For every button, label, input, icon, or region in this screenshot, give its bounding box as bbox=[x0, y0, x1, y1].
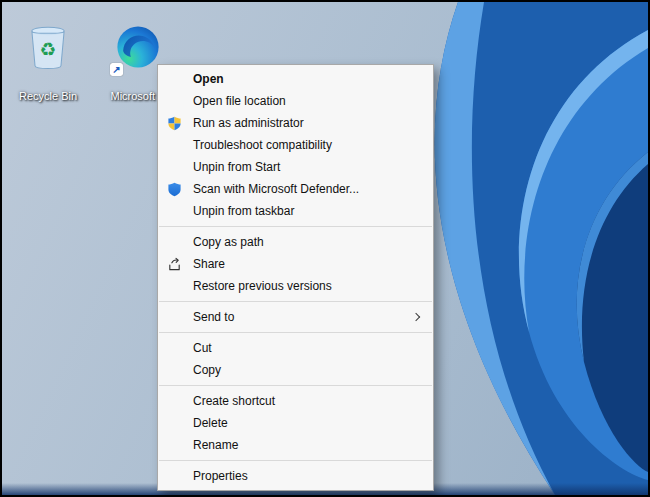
menu-item-scan-with-microsoft-defender[interactable]: Scan with Microsoft Defender... bbox=[158, 178, 433, 200]
menu-item-label: Unpin from Start bbox=[193, 160, 423, 174]
menu-separator bbox=[159, 226, 432, 227]
menu-item-open[interactable]: Open bbox=[158, 68, 433, 90]
menu-item-label: Send to bbox=[193, 310, 413, 324]
desktop[interactable]: ♻ Recycle Bin bbox=[0, 0, 650, 497]
menu-item-label: Run as administrator bbox=[193, 116, 423, 130]
menu-item-label: Rename bbox=[193, 438, 423, 452]
menu-item-copy-as-path[interactable]: Copy as path bbox=[158, 231, 433, 253]
menu-item-label: Open bbox=[193, 72, 423, 86]
menu-item-label: Properties bbox=[193, 469, 423, 483]
menu-item-open-file-location[interactable]: Open file location bbox=[158, 90, 433, 112]
recycle-bin-icon: ♻ bbox=[18, 14, 78, 80]
menu-item-label: Delete bbox=[193, 416, 423, 430]
menu-separator bbox=[159, 301, 432, 302]
menu-item-label: Scan with Microsoft Defender... bbox=[193, 182, 423, 196]
desktop-icon-label: Recycle Bin bbox=[19, 90, 77, 103]
submenu-chevron-icon bbox=[412, 313, 420, 321]
menu-item-label: Troubleshoot compatibility bbox=[193, 138, 423, 152]
menu-item-properties[interactable]: Properties bbox=[158, 465, 433, 487]
shortcut-arrow-icon: ↗ bbox=[110, 63, 123, 76]
menu-item-label: Cut bbox=[193, 341, 423, 355]
menu-item-run-as-administrator[interactable]: Run as administrator bbox=[158, 112, 433, 134]
svg-text:♻: ♻ bbox=[40, 39, 57, 60]
menu-item-label: Copy as path bbox=[193, 235, 423, 249]
menu-item-unpin-from-start[interactable]: Unpin from Start bbox=[158, 156, 433, 178]
menu-item-copy[interactable]: Copy bbox=[158, 359, 433, 381]
menu-item-unpin-from-taskbar[interactable]: Unpin from taskbar bbox=[158, 200, 433, 222]
menu-item-label: Restore previous versions bbox=[193, 279, 423, 293]
desktop-icon-recycle-bin[interactable]: ♻ Recycle Bin bbox=[8, 14, 88, 103]
menu-item-label: Share bbox=[193, 257, 423, 271]
menu-item-label: Create shortcut bbox=[193, 394, 423, 408]
defender-shield-icon bbox=[167, 182, 193, 197]
menu-separator bbox=[159, 332, 432, 333]
menu-separator bbox=[159, 385, 432, 386]
menu-item-rename[interactable]: Rename bbox=[158, 434, 433, 456]
context-menu: OpenOpen file locationRun as administrat… bbox=[157, 64, 434, 491]
menu-item-label: Open file location bbox=[193, 94, 423, 108]
uac-shield-icon bbox=[167, 116, 193, 131]
menu-item-send-to[interactable]: Send to bbox=[158, 306, 433, 328]
share-icon bbox=[167, 257, 193, 272]
menu-item-cut[interactable]: Cut bbox=[158, 337, 433, 359]
menu-item-create-shortcut[interactable]: Create shortcut bbox=[158, 390, 433, 412]
menu-item-troubleshoot-compatibility[interactable]: Troubleshoot compatibility bbox=[158, 134, 433, 156]
menu-item-share[interactable]: Share bbox=[158, 253, 433, 275]
menu-separator bbox=[159, 460, 432, 461]
menu-item-label: Copy bbox=[193, 363, 423, 377]
menu-item-delete[interactable]: Delete bbox=[158, 412, 433, 434]
menu-item-label: Unpin from taskbar bbox=[193, 204, 423, 218]
menu-item-restore-previous-versions[interactable]: Restore previous versions bbox=[158, 275, 433, 297]
